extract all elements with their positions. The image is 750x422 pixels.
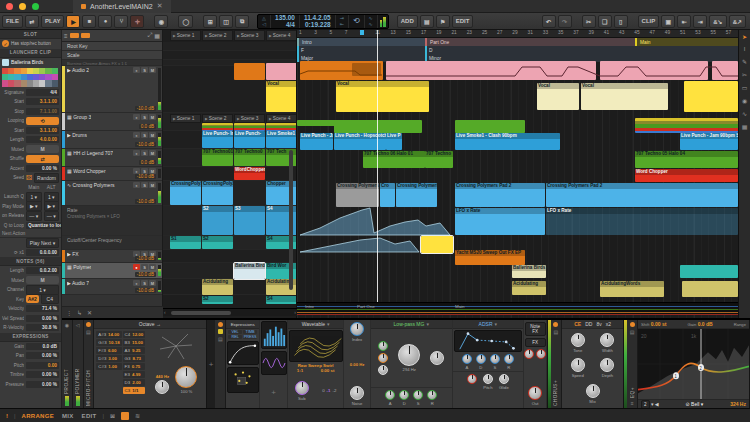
solo-button[interactable]: S	[141, 67, 148, 73]
track-row-word-chopper[interactable]: ▦ Word Chopper●SM-10.0 dB	[62, 167, 162, 181]
tab-track-polymer[interactable]: ◁ POLYMER	[73, 320, 84, 408]
dropdown[interactable]: Play Next ▾	[26, 238, 59, 248]
tempo-value[interactable]: 135.00	[275, 14, 295, 21]
track-row-fx[interactable]: ▶ FX●SM-10.0 dB	[62, 250, 162, 263]
arranger-clip[interactable]: Crossing Polymers Pad 2	[546, 183, 738, 207]
tuning-cell-e3[interactable]: E34.99	[123, 371, 146, 378]
view-toggle-edit[interactable]: EDIT	[82, 413, 97, 419]
overlap-button[interactable]: &↗	[729, 15, 746, 28]
key-high[interactable]: C4	[41, 294, 60, 304]
mute-button[interactable]: M	[149, 132, 156, 138]
arrangement-section-main[interactable]: Main	[635, 38, 738, 46]
playhead[interactable]	[377, 30, 378, 302]
overdub-button[interactable]: ✛	[130, 15, 144, 28]
value-field[interactable]: 3.1.1.00	[26, 127, 59, 134]
arranger-clip[interactable]: 707 Techno	[425, 151, 453, 168]
notification-icon[interactable]: !	[6, 413, 8, 419]
key-low[interactable]: A#2	[26, 295, 39, 303]
toggle-button[interactable]: ⇄	[26, 155, 59, 163]
layout-toggle-b-icon[interactable]	[81, 33, 90, 38]
tool-icon[interactable]: ∿	[742, 110, 747, 117]
track-row-audio-2[interactable]: ▶ Audio 2●SM-10.0 dB	[62, 66, 162, 113]
tuning-cell-as3[interactable]: A#314.00	[96, 331, 121, 338]
automation-touch-icon[interactable]: ∿	[369, 21, 373, 27]
device-power-icon[interactable]	[86, 322, 91, 327]
volume-value[interactable]: -10.0 dB	[135, 174, 156, 179]
value-field[interactable]: 0.00	[26, 362, 59, 369]
micropitch-device-rail[interactable]: ▤ MICRO-PITCH	[84, 320, 95, 408]
amp-env-a-knob[interactable]: A	[385, 390, 395, 406]
chorus-width-knob[interactable]: Width	[593, 333, 621, 353]
audition-icon[interactable]: ◁	[262, 21, 266, 27]
launcher-clip[interactable]: CrossingPoly1	[170, 181, 201, 205]
value-field[interactable]: 4/4	[26, 89, 59, 96]
punch-out-icon[interactable]: ⇤	[340, 21, 344, 27]
speaker-icon[interactable]: ◁	[76, 322, 80, 328]
track-footer-icon[interactable]: ↳	[77, 309, 82, 316]
arranger-clip[interactable]: 707 Techno 05 Halo 04	[635, 151, 738, 168]
record-button[interactable]: ●	[98, 15, 112, 28]
arranger-clip[interactable]	[334, 120, 422, 133]
track-row-rate[interactable]: RateCrossing Polymers × LFO	[62, 206, 162, 236]
fx-button[interactable]: FX	[525, 338, 546, 347]
keyboard-icon[interactable]: ▦	[154, 32, 160, 39]
toggle-button[interactable]: M	[26, 145, 59, 153]
arranger-clip[interactable]	[421, 236, 453, 253]
launcher-clip[interactable]: S2	[202, 206, 233, 235]
mute-button[interactable]: M	[149, 280, 156, 286]
tool-icon[interactable]: ✂	[742, 71, 747, 78]
maximize-window-button[interactable]	[32, 3, 39, 10]
solo-button[interactable]: S	[141, 182, 148, 188]
tuning-cell-d3[interactable]: D32.00	[123, 379, 146, 386]
cue-marker[interactable]	[360, 30, 364, 35]
mod-env-s-knob[interactable]: S	[490, 354, 500, 370]
tuning-cell-gs3[interactable]: G#310.18	[96, 339, 121, 346]
value-field[interactable]: 0.00 %	[26, 371, 59, 378]
slide-right-button[interactable]: ⇥	[693, 15, 707, 28]
delete-button[interactable]: ▯	[614, 15, 628, 28]
add-button[interactable]: ADD	[397, 15, 418, 28]
filter-resonance-knob[interactable]	[430, 351, 444, 365]
eq-shift-value[interactable]: 0.00 st	[651, 321, 667, 327]
chorus-tone-knob[interactable]: Tone	[564, 333, 592, 353]
track-row-hh-cl-legend-707[interactable]: ▦ HH cl Legend 707●SM0.0 dB	[62, 149, 162, 167]
random-seed-button[interactable]: Random	[34, 173, 59, 183]
arranger-clip[interactable]	[297, 120, 337, 126]
chorus-mode-8v[interactable]: 8v	[596, 321, 601, 327]
footer-icon[interactable]: ≋	[135, 412, 140, 419]
send-a-knob[interactable]	[524, 349, 534, 359]
folder-icon[interactable]: ▤	[554, 329, 559, 335]
arranger-clip[interactable]: Live Punch - Jam 90bpm Swing Rim	[680, 133, 738, 150]
launcher-clip[interactable]: S1	[170, 236, 201, 249]
dropdown[interactable]: 1 ▾	[44, 192, 60, 202]
launcher-row[interactable]	[163, 250, 296, 263]
launcher-clip[interactable]: Ballerina Birds	[234, 263, 265, 279]
wavetable-index-knob[interactable]: Index	[350, 322, 364, 342]
eq-range-label[interactable]: Range	[734, 322, 746, 327]
arranger-clip[interactable]: AcidulatingWords	[600, 281, 664, 297]
folder-icon[interactable]: ▤	[86, 329, 91, 335]
amp-env-d-knob[interactable]: D	[399, 390, 409, 406]
arrangement-section-part-one[interactable]: Part One	[425, 38, 635, 46]
duplicate-button[interactable]: ❏	[598, 15, 612, 28]
tab-project[interactable]: ◉ PROJECT	[62, 320, 73, 408]
clip-button[interactable]: CLIP	[638, 15, 660, 28]
track-row-audio-7[interactable]: ▶ Audio 7●SM-10.0 dB	[62, 279, 162, 295]
eq-device-rail[interactable]: ▤ EQ+ ≡	[627, 320, 638, 408]
noise-knob[interactable]: Noise	[350, 386, 364, 406]
tuning-cell-a3[interactable]: A39.25	[123, 347, 146, 354]
file-button[interactable]: FILE	[2, 15, 23, 28]
arranger-clip[interactable]	[680, 265, 738, 278]
tuning-cell-g3[interactable]: G38.73	[123, 355, 146, 362]
launcher-clip[interactable]: S2	[202, 236, 233, 249]
launcher-clip[interactable]	[202, 123, 233, 131]
track-row-group-3[interactable]: ▦ Group 3●SM0.0 dB	[62, 113, 162, 131]
arranger-clip[interactable]: Ballerina Birds	[512, 265, 546, 278]
arranger-clip[interactable]: Cro	[380, 183, 395, 207]
value-field[interactable]: 0.0.2.00	[26, 267, 59, 274]
value-field[interactable]: 4.0.0.00	[26, 136, 59, 143]
device-power-icon[interactable]	[218, 322, 223, 327]
tool-icon[interactable]: ▭	[742, 84, 748, 91]
arm-button[interactable]: ●	[133, 182, 140, 188]
dropdown[interactable]: 1 ▾	[26, 285, 59, 295]
